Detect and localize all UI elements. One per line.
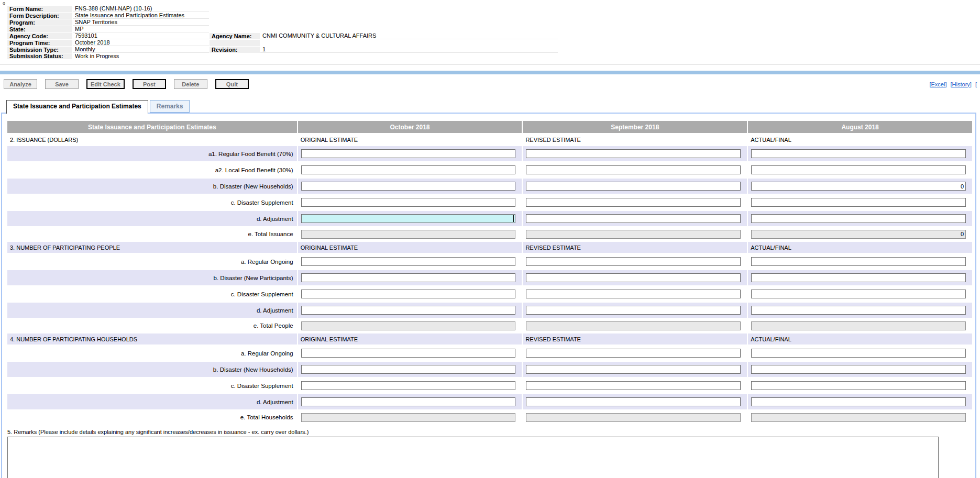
- meta-label: Agency Name:: [210, 33, 260, 39]
- subheader-actual-final: ACTUAL/FINAL: [748, 334, 972, 344]
- row-label: c. Disaster Supplement: [7, 195, 297, 210]
- meta-value: FNS-388 (CNMI-NAP) (10-16): [73, 6, 209, 12]
- households-c-september-input[interactable]: [526, 381, 741, 390]
- households-a-september-input[interactable]: [526, 349, 741, 358]
- toolbar: Analyze Save Edit Check Post Delete Quit…: [4, 79, 977, 89]
- spacer: [260, 53, 558, 59]
- people-a-september-input[interactable]: [526, 257, 741, 266]
- post-button[interactable]: Post: [133, 79, 166, 89]
- row-label: d. Adjustment: [7, 303, 297, 318]
- section-title: 3. NUMBER OF PARTICIPATING PEOPLE: [7, 242, 297, 253]
- households-a-october-input[interactable]: [301, 349, 516, 358]
- households-a-august-input[interactable]: [751, 349, 966, 358]
- issuance-c-august-input[interactable]: [751, 198, 966, 207]
- spacer: [260, 26, 558, 32]
- people-d-september-input[interactable]: [526, 306, 741, 315]
- issuance-a2-september-input[interactable]: [526, 165, 741, 174]
- total-households-august-input: [751, 413, 966, 422]
- issuance-b-october-input[interactable]: [301, 182, 516, 191]
- row-label: b. Disaster (New Households): [7, 179, 297, 194]
- people-b-october-input[interactable]: [301, 273, 516, 282]
- meta-label: Submission Status:: [7, 53, 72, 59]
- section-issuance-header: 2. ISSUANCE (DOLLARS) ORIGINAL ESTIMATE …: [7, 134, 972, 145]
- table-row: d. Adjustment: [7, 303, 972, 318]
- people-a-october-input[interactable]: [301, 257, 516, 266]
- row-label: c. Disaster Supplement: [7, 286, 297, 302]
- meta-label: Agency Code:: [7, 33, 72, 39]
- meta-row: Agency Code: 7593101 Agency Name: CNMI C…: [7, 33, 558, 39]
- issuance-d-august-input[interactable]: [751, 214, 966, 223]
- analyze-button[interactable]: Analyze: [4, 79, 37, 89]
- tab-state-issuance[interactable]: State Issuance and Participation Estimat…: [6, 100, 148, 114]
- spacer: [210, 19, 260, 26]
- col-header-august: August 2018: [748, 121, 972, 133]
- table-row: a1. Regular Food Benefit (70%): [7, 146, 972, 161]
- row-label: a. Regular Ongoing: [7, 346, 297, 361]
- table-row: b. Disaster (New Households): [7, 179, 972, 194]
- total-people-august-input: [751, 321, 966, 330]
- issuance-c-september-input[interactable]: [526, 198, 741, 207]
- col-header-october: October 2018: [298, 121, 522, 133]
- people-d-august-input[interactable]: [751, 306, 966, 315]
- tab-remarks[interactable]: Remarks: [150, 100, 190, 113]
- issuance-c-october-input[interactable]: [301, 198, 516, 207]
- issuance-b-august-input[interactable]: [751, 182, 966, 191]
- remarks-textarea[interactable]: [7, 437, 939, 478]
- table-row: a2. Local Food Benefit (30%): [7, 162, 972, 177]
- households-c-october-input[interactable]: [301, 381, 516, 390]
- people-c-september-input[interactable]: [526, 290, 741, 298]
- quit-button[interactable]: Quit: [215, 79, 249, 89]
- people-d-october-input[interactable]: [301, 306, 516, 315]
- households-c-august-input[interactable]: [751, 381, 966, 390]
- remarks-label: 5. Remarks (Please include details expla…: [7, 429, 973, 435]
- meta-label: Submission Type:: [7, 47, 72, 53]
- issuance-a2-october-input[interactable]: [301, 165, 516, 174]
- section-title: 2. ISSUANCE (DOLLARS): [7, 134, 297, 145]
- table-row: b. Disaster (New Households): [7, 362, 972, 377]
- households-d-august-input[interactable]: [751, 397, 966, 406]
- households-b-september-input[interactable]: [526, 365, 741, 374]
- meta-row: Form Description: State Issuance and Par…: [7, 13, 558, 19]
- history-link[interactable]: [History]: [951, 81, 972, 87]
- table-header-row: State Issuance and Participation Estimat…: [7, 121, 972, 133]
- households-b-october-input[interactable]: [301, 365, 516, 374]
- delete-button[interactable]: Delete: [174, 79, 207, 89]
- meta-value: [260, 40, 558, 46]
- table-row: c. Disaster Supplement: [7, 286, 972, 302]
- form-metadata-table: Form Name: FNS-388 (CNMI-NAP) (10-16) Fo…: [7, 5, 558, 60]
- people-c-october-input[interactable]: [301, 290, 516, 298]
- meta-value: SNAP Territories: [73, 19, 209, 26]
- total-people-october-input: [301, 321, 516, 330]
- households-b-august-input[interactable]: [751, 365, 966, 374]
- spacer: [260, 6, 558, 12]
- issuance-a1-october-input[interactable]: [301, 149, 516, 158]
- table-row: e. Total People: [7, 319, 972, 332]
- table-row: d. Adjustment: [7, 394, 972, 409]
- meta-value: 7593101: [73, 33, 209, 39]
- excel-link[interactable]: [Excel]: [929, 81, 946, 87]
- people-c-august-input[interactable]: [751, 290, 966, 298]
- issuance-d-october-input[interactable]: [301, 214, 516, 223]
- spacer: [210, 6, 260, 12]
- subheader-revised-estimate: REVISED ESTIMATE: [523, 242, 747, 253]
- save-button[interactable]: Save: [45, 79, 79, 89]
- table-row: c. Disaster Supplement: [7, 378, 972, 393]
- households-d-october-input[interactable]: [301, 397, 516, 406]
- truncated-link[interactable]: [: [975, 81, 977, 87]
- issuance-a1-september-input[interactable]: [526, 149, 741, 158]
- people-b-august-input[interactable]: [751, 273, 966, 282]
- households-d-september-input[interactable]: [526, 397, 741, 406]
- people-b-september-input[interactable]: [526, 273, 741, 282]
- subheader-actual-final: ACTUAL/FINAL: [748, 242, 972, 253]
- row-label: e. Total Issuance: [7, 227, 297, 241]
- issuance-d-september-input[interactable]: [526, 214, 741, 223]
- subheader-original-estimate: ORIGINAL ESTIMATE: [298, 134, 522, 145]
- issuance-a2-august-input[interactable]: [751, 165, 966, 174]
- issuance-a1-august-input[interactable]: [751, 149, 966, 158]
- row-label: b. Disaster (New Households): [7, 362, 297, 377]
- people-a-august-input[interactable]: [751, 257, 966, 266]
- issuance-b-september-input[interactable]: [526, 182, 741, 191]
- spacer: [210, 26, 260, 32]
- export-links: [Excel] [History] [: [927, 81, 977, 87]
- edit-check-button[interactable]: Edit Check: [86, 79, 125, 89]
